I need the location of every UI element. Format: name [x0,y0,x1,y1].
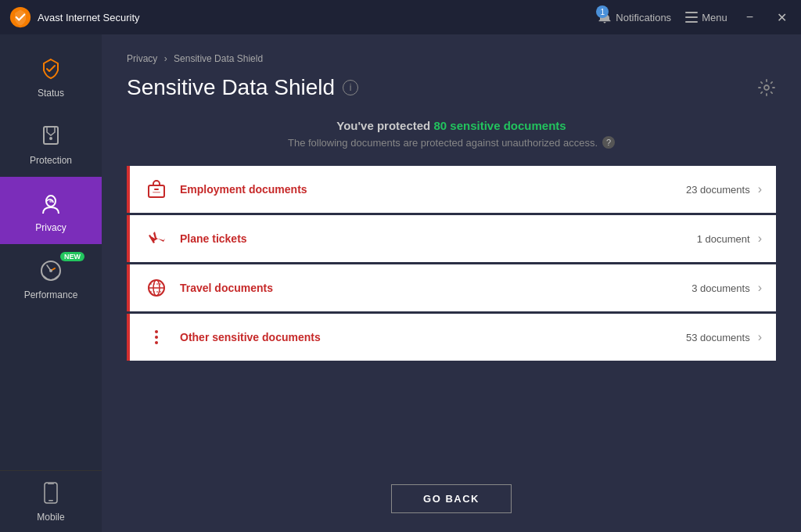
protection-icon [37,122,65,150]
breadcrumb-parent[interactable]: Privacy [127,53,157,64]
document-list: Employment documents 23 documents › Plan… [127,166,776,361]
window-controls: 1 Notifications Menu − ✕ [598,9,792,27]
info-icon[interactable]: i [343,80,358,95]
plane-doc-count: 1 document [697,233,750,245]
plane-doc-chevron: › [758,232,762,246]
help-icon-char: ? [606,138,611,147]
plane-doc-icon [144,226,169,251]
app-logo-area: Avast Internet Security [9,6,598,28]
help-icon[interactable]: ? [602,136,615,149]
travel-doc-count: 3 documents [691,282,749,294]
menu-label: Menu [702,12,727,23]
footer: GO BACK [127,469,776,513]
svg-rect-12 [48,483,54,484]
doc-item-plane[interactable]: Plane tickets 1 document › [127,215,776,262]
svg-rect-11 [48,500,53,501]
summary-text-before: You've protected [336,119,433,132]
info-icon-char: i [350,82,352,93]
notifications-button[interactable]: 1 Notifications [598,10,671,24]
sidebar-item-mobile[interactable]: Mobile [0,470,102,532]
page-title-text: Sensitive Data Shield [127,75,335,100]
svg-point-21 [155,341,158,344]
mobile-icon [37,479,65,507]
breadcrumb-current: Sensitive Data Shield [174,53,263,64]
app-title: Avast Internet Security [38,12,140,23]
performance-icon [37,257,65,285]
sidebar-item-protection[interactable]: Protection [0,110,102,177]
svg-rect-2 [685,16,698,18]
sidebar: Status Protection [0,34,102,532]
settings-icon[interactable] [757,78,776,97]
page-title-row: Sensitive Data Shield i [127,75,776,100]
travel-doc-chevron: › [758,281,762,295]
svg-rect-16 [153,192,160,193]
svg-rect-14 [149,185,164,197]
title-bar: Avast Internet Security 1 Notifications … [0,0,801,34]
notifications-label: Notifications [616,12,671,23]
svg-rect-1 [685,12,698,13]
other-doc-name: Other sensitive documents [180,331,686,343]
close-button[interactable]: ✕ [772,9,792,27]
sidebar-label-protection: Protection [30,155,72,166]
hamburger-icon [685,12,698,23]
summary-section: You've protected 80 sensitive documents … [127,119,776,149]
svg-point-13 [764,85,769,90]
employment-doc-name: Employment documents [180,183,686,196]
plane-doc-name: Plane tickets [180,232,697,245]
sidebar-label-status: Status [38,88,64,99]
minimize-button[interactable]: − [742,9,758,26]
go-back-button[interactable]: GO BACK [391,484,512,513]
doc-item-travel[interactable]: Travel documents 3 documents › [127,264,776,311]
svg-point-20 [155,336,158,339]
svg-point-19 [155,330,158,333]
doc-item-employment[interactable]: Employment documents 23 documents › [127,166,776,213]
sidebar-label-privacy: Privacy [35,222,66,233]
new-badge: NEW [60,252,84,261]
svg-rect-15 [154,189,159,190]
doc-item-other[interactable]: Other sensitive documents 53 documents › [127,314,776,361]
svg-point-5 [49,137,52,140]
svg-rect-3 [685,21,698,23]
employment-doc-chevron: › [758,182,762,196]
travel-doc-icon [144,275,169,300]
sidebar-label-performance: Performance [24,289,78,300]
travel-doc-name: Travel documents [180,282,691,294]
other-doc-count: 53 documents [686,332,750,343]
svg-point-9 [49,269,52,272]
menu-button[interactable]: Menu [685,12,727,23]
main-layout: Status Protection [0,34,801,532]
sidebar-item-privacy[interactable]: Privacy [0,177,102,244]
summary-subtitle-text: The following documents are protected ag… [288,137,598,149]
privacy-icon [37,189,65,217]
svg-point-7 [49,200,52,203]
breadcrumb: Privacy › Sensitive Data Shield [127,53,776,64]
summary-subtitle: The following documents are protected ag… [127,136,776,149]
status-icon [37,55,65,83]
breadcrumb-separator: › [164,53,167,64]
employment-doc-icon [144,177,169,202]
summary-main-text: You've protected 80 sensitive documents [127,119,776,132]
employment-doc-count: 23 documents [686,184,750,196]
sidebar-item-performance[interactable]: NEW Performance [0,244,102,311]
summary-highlight: 80 sensitive documents [433,119,566,132]
main-content: Privacy › Sensitive Data Shield Sensitiv… [102,34,801,532]
other-doc-chevron: › [758,330,762,344]
sidebar-label-mobile: Mobile [37,512,64,523]
avast-logo-icon [9,6,31,28]
other-doc-icon [144,325,169,350]
page-title: Sensitive Data Shield i [127,75,358,100]
sidebar-item-status[interactable]: Status [0,42,102,110]
